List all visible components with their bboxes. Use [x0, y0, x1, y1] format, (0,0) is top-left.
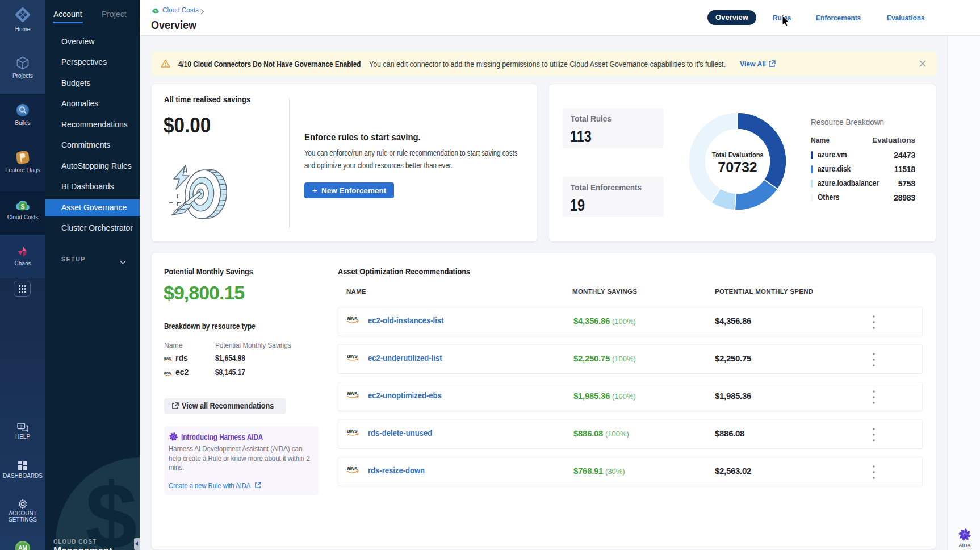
svg-text:aws: aws [347, 315, 358, 322]
svg-text:aws: aws [347, 390, 358, 397]
svg-text:aws: aws [347, 352, 358, 359]
svg-text:aws: aws [164, 356, 171, 361]
svg-text:aws: aws [347, 427, 358, 434]
svg-text:$: $ [21, 203, 25, 211]
svg-text:aws: aws [347, 465, 358, 472]
svg-text:?: ? [20, 424, 22, 429]
svg-text:aws: aws [164, 370, 171, 375]
